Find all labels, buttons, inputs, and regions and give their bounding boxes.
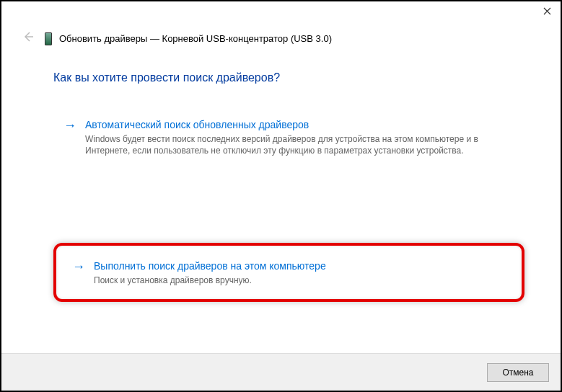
driver-update-dialog: Обновить драйверы — Корневой USB-концент… — [1, 1, 561, 391]
option-auto-title: Автоматический поиск обновленных драйвер… — [85, 117, 514, 132]
arrow-right-icon: → — [63, 118, 76, 133]
option-manual-search[interactable]: → Выполнить поиск драйверов на этом комп… — [62, 251, 516, 293]
footer-bar: Отмена — [1, 353, 561, 391]
dialog-title: Обновить драйверы — Корневой USB-концент… — [59, 33, 332, 44]
option-manual-desc: Поиск и установка драйверов вручную. — [94, 275, 506, 286]
option-auto-body: Автоматический поиск обновленных драйвер… — [85, 117, 514, 156]
option-auto-search[interactable]: → Автоматический поиск обновленных драйв… — [53, 110, 524, 164]
option-manual-title: Выполнить поиск драйверов на этом компью… — [94, 259, 506, 273]
arrow-right-icon: → — [72, 259, 85, 274]
device-icon — [45, 32, 52, 45]
question-heading: Как вы хотите провести поиск драйверов? — [53, 71, 524, 84]
cancel-button[interactable]: Отмена — [487, 363, 549, 382]
back-arrow-icon[interactable] — [19, 27, 38, 50]
option-auto-desc: Windows будет вести поиск последних верс… — [85, 133, 514, 156]
highlight-annotation: → Выполнить поиск драйверов на этом комп… — [53, 243, 524, 302]
header-row: Обновить драйверы — Корневой USB-концент… — [1, 23, 561, 50]
content-area: Как вы хотите провести поиск драйверов? … — [1, 50, 561, 353]
close-button[interactable] — [542, 7, 552, 17]
titlebar — [1, 1, 561, 23]
option-manual-body: Выполнить поиск драйверов на этом компью… — [94, 259, 506, 286]
